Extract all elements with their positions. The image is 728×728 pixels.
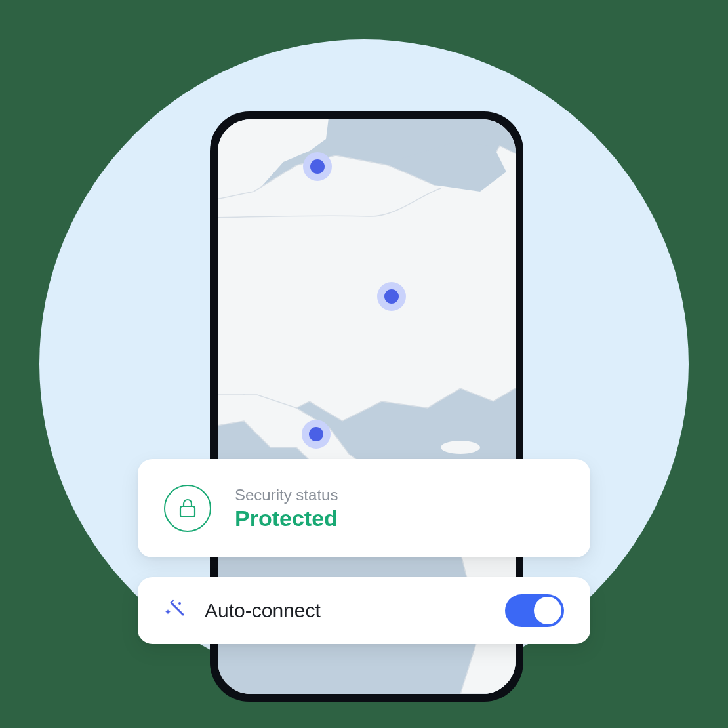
wand-icon [164, 598, 186, 623]
map-marker[interactable] [303, 152, 332, 181]
map-marker[interactable] [377, 282, 406, 311]
svg-point-1 [441, 441, 480, 454]
svg-rect-3 [180, 506, 195, 517]
status-text: Security status Protected [235, 486, 338, 531]
svg-point-4 [178, 602, 181, 605]
map-marker[interactable] [302, 420, 331, 449]
security-status-card[interactable]: Security status Protected [138, 459, 590, 557]
auto-connect-label: Auto-connect [205, 599, 487, 622]
lock-icon [164, 485, 211, 532]
toggle-knob [534, 597, 561, 624]
status-label: Security status [235, 486, 338, 504]
auto-connect-toggle[interactable] [505, 594, 564, 627]
status-value: Protected [235, 506, 338, 531]
auto-connect-card[interactable]: Auto-connect [138, 577, 590, 644]
